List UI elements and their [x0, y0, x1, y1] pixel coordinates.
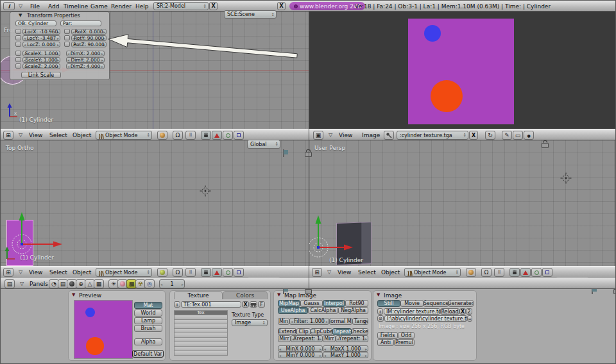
calcalpha-toggle[interactable]: CalcAlpha	[308, 307, 338, 314]
dimz-field[interactable]: DimZ: 4.000	[66, 63, 105, 69]
normal-space-selector[interactable]: Tangent	[352, 318, 368, 325]
lock-scalex-button[interactable]	[15, 51, 21, 56]
lock-locz-button[interactable]	[15, 42, 21, 47]
rotate-manipulator-icon[interactable]	[531, 268, 542, 277]
collapse-header-icon[interactable]: ▽	[19, 132, 22, 138]
window-type-button[interactable]: i	[3, 2, 15, 10]
lock-locy-button[interactable]	[15, 35, 21, 40]
mipmap-toggle[interactable]: MipMap	[278, 300, 300, 307]
menu-select[interactable]: Select	[49, 269, 67, 276]
negalpha-toggle[interactable]: NegAlpha	[338, 307, 368, 314]
locx-field[interactable]: LocX: -10.960	[22, 29, 60, 35]
menu-view[interactable]: View	[29, 269, 42, 276]
repeat-toggle[interactable]: Repeat	[332, 328, 352, 335]
usealpha-toggle[interactable]: UseAlpha	[278, 307, 308, 314]
scalez-field[interactable]: ScaleZ: 2.000	[22, 63, 60, 69]
parent-field[interactable]: Par:	[60, 21, 101, 26]
texture-channel-number[interactable]: 1	[159, 279, 185, 288]
image-datablock-field[interactable]: IM:cylinder texture.tga	[384, 308, 440, 315]
source-sequence-button[interactable]: Sequence	[424, 300, 449, 307]
default-var-button[interactable]: Default Var	[132, 350, 164, 358]
lock-scaley-button[interactable]	[15, 57, 21, 62]
source-still-button[interactable]: Still	[377, 300, 400, 307]
reload-button[interactable]: Reload	[440, 308, 459, 315]
pivot-selector-icon[interactable]: Ω	[173, 131, 183, 140]
interpol-toggle[interactable]: Interpol	[323, 300, 345, 307]
object-name-field[interactable]: OB: Cylinder	[15, 21, 56, 26]
clip-toggle[interactable]: Clip	[296, 328, 311, 335]
editor-type-icon[interactable]: ⊞	[3, 268, 13, 277]
draw-type-icon[interactable]	[157, 268, 167, 277]
minx-field[interactable]: MinX 0.000	[278, 345, 323, 352]
source-movie-button[interactable]: Movie	[400, 300, 424, 307]
viewport-user[interactable]: User Persp (1) Cylinder	[309, 140, 616, 266]
screen-selector[interactable]: SR:2-Model	[153, 2, 209, 10]
menu-file[interactable]: File	[30, 3, 40, 10]
locz-field[interactable]: LocZ: 0.000	[22, 42, 60, 47]
manipulator-hand-icon[interactable]	[201, 268, 211, 277]
menu-view[interactable]: View	[339, 132, 352, 138]
menu-add[interactable]: Add	[48, 3, 59, 10]
image-datablock-selector[interactable]: :cylinder texture.tga	[397, 131, 468, 140]
texture-image[interactable]	[408, 19, 514, 124]
menu-render[interactable]: Render	[111, 3, 132, 10]
panel-collapse-icon[interactable]: ▼	[377, 292, 380, 297]
snap-icon[interactable]: ⠿	[185, 131, 196, 140]
link-scale-button[interactable]: Link Scale	[21, 72, 61, 78]
dot-icon[interactable]: ●	[524, 131, 534, 140]
collapse-menus-icon[interactable]: ▽	[19, 3, 22, 9]
maxy-field[interactable]: MaxY 1.000	[323, 352, 368, 358]
rot90-toggle[interactable]: Rot90	[345, 300, 368, 307]
lock-scalez-button[interactable]	[15, 63, 21, 69]
draw-type-icon[interactable]	[157, 131, 167, 140]
rotz-field[interactable]: RotZ: 90.000	[71, 42, 107, 47]
anti-toggle[interactable]: Anti	[377, 339, 394, 346]
snap-icon[interactable]: ⠿	[185, 268, 196, 277]
premul-toggle[interactable]: Premul	[394, 339, 415, 346]
menu-game[interactable]: Game	[90, 3, 108, 10]
menu-view[interactable]: View	[338, 269, 351, 276]
mask-icon[interactable]: ▭	[513, 131, 523, 140]
editor-type-icon[interactable]: ▤	[4, 279, 15, 288]
menu-select[interactable]: Select	[49, 132, 67, 138]
scale-manipulator-icon[interactable]	[542, 268, 552, 277]
maxx-field[interactable]: MaxX 1.000	[323, 345, 368, 352]
lock-rotz-button[interactable]	[64, 42, 70, 47]
lock-layers-icon[interactable]	[305, 149, 311, 156]
mirror-x-toggle[interactable]: Mirr	[278, 335, 291, 342]
rotate-manipulator-icon[interactable]	[223, 268, 233, 277]
refresh-icon[interactable]: ↻	[485, 131, 495, 140]
image-close-button[interactable]: X	[459, 308, 466, 315]
image-close-button[interactable]: X	[469, 131, 478, 140]
texture-type-selector[interactable]: Image	[232, 319, 268, 326]
pivot-selector-icon[interactable]: Ω	[481, 268, 492, 277]
scene-selector[interactable]: SCE:Scene	[224, 10, 277, 19]
fake-user-button[interactable]: F	[258, 301, 265, 308]
scale-manipulator-icon[interactable]	[234, 131, 244, 140]
image-users-count[interactable]: 2	[466, 308, 472, 315]
dimx-field[interactable]: DimX: 2.000	[66, 51, 105, 56]
fields-toggle[interactable]: Fields	[377, 332, 398, 339]
scale-manipulator-icon[interactable]	[234, 268, 244, 277]
manipulator-hand-icon[interactable]	[509, 268, 520, 277]
panel-collapse-icon[interactable]: ▼	[72, 292, 75, 297]
preview-world-button[interactable]: World	[134, 310, 162, 317]
rotate-manipulator-icon[interactable]	[223, 131, 233, 140]
mirror-y-toggle[interactable]: Mirr	[323, 335, 336, 342]
rotx-field[interactable]: RotX: 0.000	[71, 29, 107, 35]
editor-type-icon[interactable]: ▣	[313, 131, 323, 140]
preview-alpha-button[interactable]: Alpha	[134, 338, 162, 345]
lock-roty-button[interactable]	[64, 35, 70, 40]
scene-context-icon[interactable]: ▦	[94, 279, 104, 288]
dimy-field[interactable]: DimY: 2.000	[66, 57, 105, 63]
panel-collapse-icon[interactable]: ▼	[19, 13, 22, 18]
yrepeat-field[interactable]: Yrepeat: 1	[336, 335, 368, 342]
world-subcontext-icon[interactable]: ◎	[144, 279, 155, 288]
texture-channel-slot[interactable]	[174, 351, 228, 356]
snap-icon[interactable]: ⠿	[494, 268, 504, 277]
translate-manipulator-icon[interactable]	[212, 268, 222, 277]
preview-lamp-button[interactable]: Lamp	[134, 317, 162, 324]
odd-toggle[interactable]: Odd	[398, 332, 415, 339]
scene-close-button[interactable]: X	[277, 2, 286, 10]
preview-brush-button[interactable]: Brush	[134, 325, 162, 332]
